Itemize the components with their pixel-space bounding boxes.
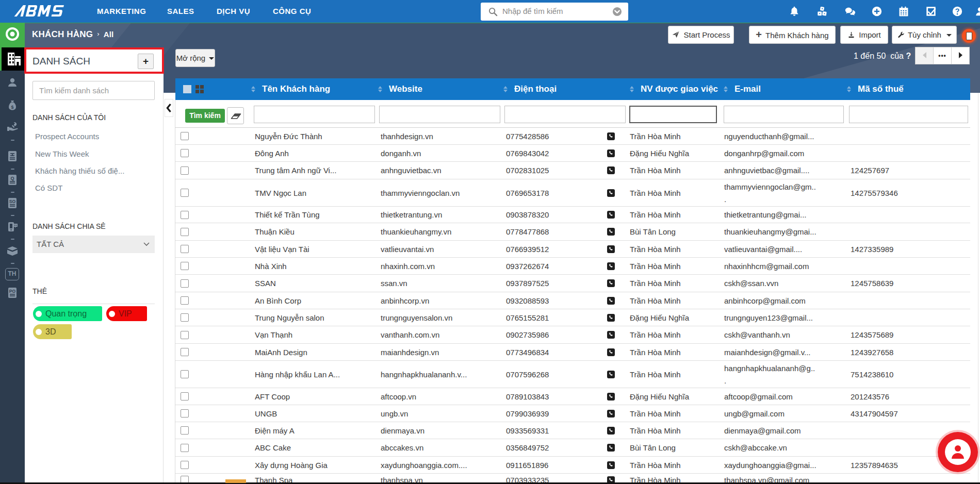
svg-text:PO: PO bbox=[9, 289, 16, 294]
svg-text:SO: SO bbox=[9, 199, 16, 204]
svg-text:Q: Q bbox=[10, 176, 14, 181]
svg-text:$: $ bbox=[11, 105, 13, 110]
